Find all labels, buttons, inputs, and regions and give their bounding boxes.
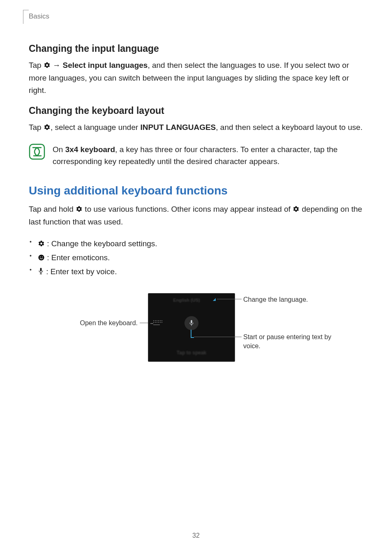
paragraph-additional: Tap and hold to use various functions. O… — [29, 203, 363, 228]
panel-mic-button — [184, 316, 198, 330]
svg-rect-7 — [191, 320, 192, 324]
heading-changing-keyboard-layout: Changing the keyboard layout — [29, 105, 363, 116]
microphone-icon — [38, 266, 44, 279]
bullet-list: : Change the keyboard settings. : Enter … — [29, 237, 363, 280]
panel-mic-pointer — [191, 330, 191, 337]
gear-icon — [293, 204, 300, 216]
bullet-emoticon: : Enter emoticons. — [38, 251, 363, 265]
language-indicator-icon — [213, 298, 216, 301]
svg-point-1 — [38, 254, 44, 260]
note-icon — [29, 143, 45, 162]
svg-point-2 — [40, 257, 41, 257]
bullet-voice: : Enter text by voice. — [38, 265, 363, 279]
page: Basics Changing the input language Tap →… — [0, 0, 392, 555]
voice-panel: English (US) Tap to speak — [148, 293, 235, 362]
keyboard-icon — [153, 320, 166, 325]
note-text: On 3x4 keyboard, a key has three or four… — [53, 143, 363, 168]
callout-line — [217, 299, 242, 299]
keyboard-icon-handle — [150, 323, 153, 324]
emoticon-icon — [38, 252, 45, 265]
running-header-text: Basics — [29, 12, 49, 20]
svg-rect-0 — [30, 144, 44, 159]
heading-additional-functions: Using additional keyboard functions — [29, 184, 363, 197]
callout-open-keyboard: Open the keyboard. — [70, 319, 138, 328]
svg-rect-4 — [40, 268, 42, 271]
gear-icon — [38, 238, 45, 251]
gear-icon — [44, 60, 51, 72]
gear-icon — [44, 122, 51, 134]
page-number: 32 — [0, 532, 392, 539]
paragraph-keyboard-layout: Tap , select a language under INPUT LANG… — [29, 121, 363, 134]
note-box: On 3x4 keyboard, a key has three or four… — [29, 143, 363, 168]
bullet-gear: : Change the keyboard settings. — [38, 237, 363, 251]
callout-voice: Start or pause entering text by voice. — [243, 333, 350, 350]
gear-icon — [76, 204, 83, 216]
callout-change-language: Change the language. — [243, 295, 308, 304]
callout-line — [194, 337, 242, 337]
running-header: Basics — [29, 12, 49, 21]
panel-mic-pointer-h — [191, 337, 194, 338]
panel-tap-to-speak: Tap to speak — [148, 350, 235, 356]
paragraph-input-language: Tap → Select input languages, and then s… — [29, 59, 363, 96]
voice-input-diagram: Open the keyboard. English (US) Tap to s… — [29, 291, 363, 373]
content: Changing the input language Tap → Select… — [0, 0, 392, 373]
heading-changing-input-language: Changing the input language — [29, 43, 363, 54]
svg-point-3 — [42, 257, 43, 257]
